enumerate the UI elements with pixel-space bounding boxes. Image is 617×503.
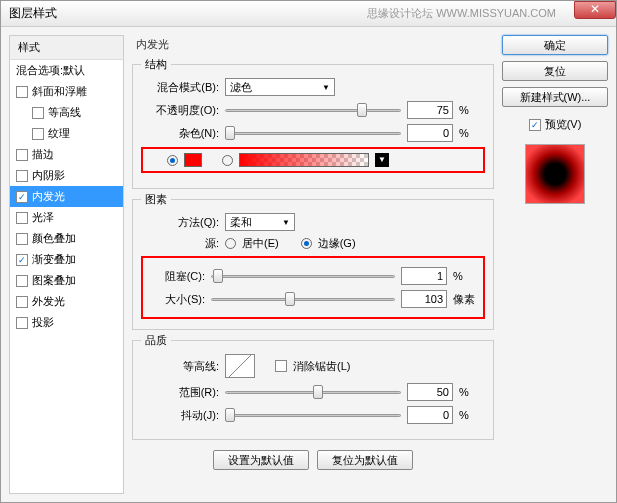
blend-mode-select[interactable]: 滤色▼: [225, 78, 335, 96]
sidebar-item-8[interactable]: ✓渐变叠加: [10, 249, 123, 270]
source-label: 源:: [141, 236, 219, 251]
sidebar-item-6[interactable]: 光泽: [10, 207, 123, 228]
sidebar-item-9[interactable]: 图案叠加: [10, 270, 123, 291]
elements-legend: 图素: [141, 192, 171, 207]
panel-title: 内发光: [132, 35, 494, 54]
preview-checkbox[interactable]: ✓: [529, 119, 541, 131]
sidebar-item-label: 纹理: [48, 126, 70, 141]
styles-sidebar: 样式 混合选项:默认 斜面和浮雕等高线纹理描边内阴影✓内发光光泽颜色叠加✓渐变叠…: [9, 35, 124, 494]
source-edge-radio[interactable]: [301, 238, 312, 249]
color-swatch[interactable]: [184, 153, 202, 167]
make-default-button[interactable]: 设置为默认值: [213, 450, 309, 470]
watermark: 思缘设计论坛 WWW.MISSYUAN.COM: [367, 6, 556, 21]
main-panel: 内发光 结构 混合模式(B): 滤色▼ 不透明度(O): % 杂色(N):: [132, 35, 494, 494]
size-label: 大小(S):: [147, 292, 205, 307]
sidebar-item-label: 内发光: [32, 189, 65, 204]
jitter-input[interactable]: [407, 406, 453, 424]
preview-swatch: [525, 144, 585, 204]
sidebar-item-label: 描边: [32, 147, 54, 162]
range-slider[interactable]: [225, 384, 401, 400]
structure-group: 结构 混合模式(B): 滤色▼ 不透明度(O): % 杂色(N): %: [132, 64, 494, 189]
choke-label: 阻塞(C):: [147, 269, 205, 284]
sidebar-checkbox[interactable]: [16, 317, 28, 329]
choke-size-frame: 阻塞(C): % 大小(S): 像素: [141, 256, 485, 319]
contour-picker[interactable]: [225, 354, 255, 378]
technique-select[interactable]: 柔和▼: [225, 213, 295, 231]
elements-group: 图素 方法(Q): 柔和▼ 源: 居中(E) 边缘(G) 阻塞(C):: [132, 199, 494, 330]
structure-legend: 结构: [141, 57, 171, 72]
sidebar-checkbox[interactable]: [16, 212, 28, 224]
gradient-picker[interactable]: [239, 153, 369, 167]
chevron-down-icon: ▼: [282, 218, 290, 227]
new-style-button[interactable]: 新建样式(W)...: [502, 87, 608, 107]
cancel-button[interactable]: 复位: [502, 61, 608, 81]
opacity-label: 不透明度(O):: [141, 103, 219, 118]
sidebar-item-label: 内阴影: [32, 168, 65, 183]
layer-style-dialog: 图层样式 思缘设计论坛 WWW.MISSYUAN.COM ✕ 样式 混合选项:默…: [0, 0, 617, 503]
sidebar-checkbox[interactable]: [32, 128, 44, 140]
sidebar-checkbox[interactable]: [16, 170, 28, 182]
sidebar-item-label: 渐变叠加: [32, 252, 76, 267]
gradient-dropdown[interactable]: ▼: [375, 153, 389, 167]
quality-group: 品质 等高线: 消除锯齿(L) 范围(R): % 抖动(J):: [132, 340, 494, 440]
preview-label: 预览(V): [545, 117, 582, 132]
sidebar-item-3[interactable]: 描边: [10, 144, 123, 165]
sidebar-checkbox[interactable]: ✓: [16, 254, 28, 266]
color-source-row: ▼: [141, 147, 485, 173]
sidebar-item-11[interactable]: 投影: [10, 312, 123, 333]
sidebar-item-4[interactable]: 内阴影: [10, 165, 123, 186]
blend-mode-label: 混合模式(B):: [141, 80, 219, 95]
sidebar-item-10[interactable]: 外发光: [10, 291, 123, 312]
size-input[interactable]: [401, 290, 447, 308]
sidebar-item-label: 图案叠加: [32, 273, 76, 288]
sidebar-blending-options[interactable]: 混合选项:默认: [10, 60, 123, 81]
opacity-slider[interactable]: [225, 102, 401, 118]
close-button[interactable]: ✕: [574, 1, 616, 19]
choke-input[interactable]: [401, 267, 447, 285]
jitter-slider[interactable]: [225, 407, 401, 423]
quality-legend: 品质: [141, 333, 171, 348]
source-center-radio[interactable]: [225, 238, 236, 249]
chevron-down-icon: ▼: [322, 83, 330, 92]
sidebar-item-7[interactable]: 颜色叠加: [10, 228, 123, 249]
choke-slider[interactable]: [211, 268, 395, 284]
range-input[interactable]: [407, 383, 453, 401]
sidebar-item-label: 外发光: [32, 294, 65, 309]
sidebar-checkbox[interactable]: [16, 275, 28, 287]
sidebar-checkbox[interactable]: [16, 149, 28, 161]
sidebar-item-label: 等高线: [48, 105, 81, 120]
opacity-input[interactable]: [407, 101, 453, 119]
sidebar-item-0[interactable]: 斜面和浮雕: [10, 81, 123, 102]
size-slider[interactable]: [211, 291, 395, 307]
sidebar-checkbox[interactable]: [16, 233, 28, 245]
sidebar-checkbox[interactable]: ✓: [16, 191, 28, 203]
reset-default-button[interactable]: 复位为默认值: [317, 450, 413, 470]
sidebar-item-label: 斜面和浮雕: [32, 84, 87, 99]
noise-label: 杂色(N):: [141, 126, 219, 141]
solid-color-radio[interactable]: [167, 155, 178, 166]
sidebar-item-label: 投影: [32, 315, 54, 330]
gradient-radio[interactable]: [222, 155, 233, 166]
sidebar-checkbox[interactable]: [16, 86, 28, 98]
range-label: 范围(R):: [141, 385, 219, 400]
sidebar-item-5[interactable]: ✓内发光: [10, 186, 123, 207]
window-title: 图层样式: [9, 5, 57, 22]
sidebar-item-label: 光泽: [32, 210, 54, 225]
right-column: 确定 复位 新建样式(W)... ✓ 预览(V): [502, 35, 608, 494]
sidebar-item-1[interactable]: 等高线: [10, 102, 123, 123]
jitter-label: 抖动(J):: [141, 408, 219, 423]
anti-alias-checkbox[interactable]: [275, 360, 287, 372]
sidebar-checkbox[interactable]: [16, 296, 28, 308]
sidebar-header: 样式: [10, 36, 123, 60]
sidebar-checkbox[interactable]: [32, 107, 44, 119]
titlebar: 图层样式 思缘设计论坛 WWW.MISSYUAN.COM ✕: [1, 1, 616, 27]
ok-button[interactable]: 确定: [502, 35, 608, 55]
noise-slider[interactable]: [225, 125, 401, 141]
sidebar-item-label: 颜色叠加: [32, 231, 76, 246]
sidebar-item-2[interactable]: 纹理: [10, 123, 123, 144]
technique-label: 方法(Q):: [141, 215, 219, 230]
noise-input[interactable]: [407, 124, 453, 142]
contour-label: 等高线:: [141, 359, 219, 374]
